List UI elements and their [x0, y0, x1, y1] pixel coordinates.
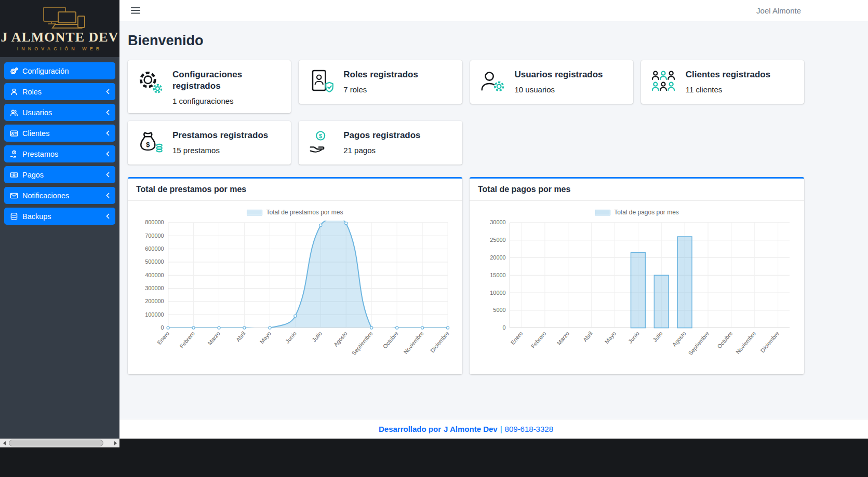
svg-text:25000: 25000 [490, 237, 505, 243]
brand-title: J ALMONTE DEV [1, 31, 119, 44]
scroll-left-arrow-icon[interactable] [0, 439, 8, 447]
people-group-icon [649, 68, 678, 96]
page-content: Bienvenido Configuraciones registrados [119, 21, 868, 419]
svg-text:400000: 400000 [145, 272, 164, 278]
chevron-left-icon [106, 172, 110, 178]
svg-text:Abril: Abril [235, 330, 247, 343]
chart-panel-title: Total de pagos por mes [470, 179, 804, 201]
sidebar-nav: Configuración Roles [0, 57, 119, 230]
stat-card-title: Prestamos registrados [172, 130, 268, 141]
page-title: Bienvenido [128, 33, 804, 49]
sidebar-item-roles[interactable]: Roles [4, 83, 115, 100]
user-gear-icon [478, 68, 508, 96]
user-menu[interactable]: Joel Almonte [756, 6, 801, 15]
svg-text:Julio: Julio [651, 330, 664, 343]
stat-cards-grid: Configuraciones registrados 1 configurac… [128, 60, 804, 165]
svg-text:500000: 500000 [145, 259, 164, 265]
scrollbar-track[interactable] [8, 439, 111, 447]
svg-text:Diciembre: Diciembre [429, 330, 450, 353]
users-icon [10, 108, 22, 117]
stat-card-count: 1 configuraciones [172, 97, 283, 105]
chart-panel-body: Total de pagos por mes 05000100001500020… [470, 201, 804, 374]
scrollbar-thumb[interactable] [9, 440, 103, 446]
svg-text:Abril: Abril [582, 330, 594, 343]
chevron-left-icon [106, 193, 110, 198]
stat-card-pagos: $ Pagos registrados 21 pagos [299, 121, 462, 165]
svg-text:Septiembre: Septiembre [351, 330, 374, 356]
scroll-right-arrow-icon[interactable] [111, 439, 119, 447]
hamburger-menu-icon[interactable] [131, 6, 140, 15]
stat-card-title: Usuarios registrados [515, 69, 603, 80]
gears-icon [10, 67, 22, 75]
hand-holding-usd-icon: $ [10, 150, 22, 158]
stat-card-clientes: Clientes registrados 11 clientes [641, 60, 804, 104]
footer-prefix: Desarrollado por [379, 425, 441, 433]
sidebar-item-label: Usuarios [22, 108, 52, 117]
prestamos-area-chart: 0100000200000300000400000500000600000700… [135, 217, 455, 368]
sidebar-item-usuarios[interactable]: Usuarios [4, 104, 115, 121]
charts-row: Total de prestamos por mes Total de pres… [128, 177, 804, 374]
stat-card-roles: Roles registrados 7 roles [299, 60, 462, 104]
sidebar: J ALMONTE DEV INNOVACIÓN WEB Configuraci… [0, 0, 119, 447]
stat-card-configuraciones: Configuraciones registrados 1 configurac… [128, 60, 291, 113]
svg-text:5000: 5000 [493, 307, 505, 313]
chevron-left-icon [106, 130, 110, 136]
svg-text:Febrero: Febrero [178, 330, 196, 349]
sidebar-item-backups[interactable]: Backups [4, 208, 115, 225]
chevron-left-icon [106, 89, 110, 94]
svg-text:300000: 300000 [145, 285, 164, 291]
sidebar-item-prestamos[interactable]: $ Prestamos [4, 145, 115, 162]
footer-phone: 809-618-3328 [505, 425, 553, 433]
sidebar-item-notificaciones[interactable]: Notificaciones [4, 187, 115, 204]
sidebar-item-clientes[interactable]: Clientes [4, 125, 115, 142]
stat-card-count: 15 prestamos [172, 146, 268, 155]
brand-logo[interactable]: J ALMONTE DEV INNOVACIÓN WEB [0, 0, 119, 57]
svg-text:0: 0 [161, 324, 164, 331]
footer-separator: | [500, 425, 502, 433]
svg-text:Julio: Julio [311, 330, 323, 343]
svg-text:100000: 100000 [145, 311, 164, 318]
svg-text:Febrero: Febrero [530, 330, 547, 349]
svg-text:10000: 10000 [490, 290, 505, 296]
chevron-left-icon [106, 213, 110, 219]
sidebar-body: J ALMONTE DEV INNOVACIÓN WEB Configuraci… [0, 0, 119, 439]
footer-brand: J Almonte Dev [444, 425, 498, 433]
chart-legend[interactable]: Total de pagos por mes [477, 206, 797, 217]
app-window: J ALMONTE DEV INNOVACIÓN WEB Configuraci… [0, 0, 868, 447]
stat-card-title: Pagos registrados [343, 130, 420, 141]
svg-text:Noviembre: Noviembre [735, 330, 757, 355]
sidebar-item-label: Roles [22, 88, 42, 96]
database-icon [10, 212, 22, 221]
svg-text:Octubre: Octubre [382, 330, 399, 349]
chart-panel-pagos: Total de pagos por mes Total de pagos po… [470, 177, 804, 374]
sidebar-item-label: Pagos [22, 171, 44, 179]
legend-label: Total de pagos por mes [614, 209, 679, 216]
svg-text:30000: 30000 [490, 220, 505, 226]
hand-coin-icon: $ [307, 129, 336, 157]
svg-text:700000: 700000 [145, 233, 164, 239]
sidebar-item-pagos[interactable]: Pagos [4, 166, 115, 183]
svg-text:$: $ [146, 141, 150, 148]
svg-text:20000: 20000 [490, 254, 505, 261]
svg-text:Octubre: Octubre [716, 330, 733, 349]
chart-legend[interactable]: Total de prestamos por mes [135, 206, 455, 217]
sidebar-item-configuracion[interactable]: Configuración [4, 62, 115, 79]
svg-text:15000: 15000 [490, 272, 505, 278]
chart-panel-prestamos: Total de prestamos por mes Total de pres… [128, 177, 462, 374]
svg-text:Junio: Junio [284, 330, 298, 345]
svg-text:Mayo: Mayo [259, 330, 272, 345]
sidebar-item-label: Clientes [22, 129, 49, 138]
legend-swatch [595, 210, 610, 215]
svg-text:Marzo: Marzo [206, 330, 221, 346]
legend-label: Total de prestamos por mes [266, 209, 343, 216]
horizontal-scrollbar[interactable] [0, 439, 119, 447]
money-bill-icon [10, 171, 22, 179]
svg-text:800000: 800000 [145, 220, 164, 226]
svg-text:Marzo: Marzo [556, 330, 571, 346]
svg-text:$: $ [14, 151, 15, 154]
sidebar-item-label: Prestamos [22, 150, 58, 158]
legend-swatch [247, 210, 262, 215]
svg-text:200000: 200000 [145, 298, 164, 305]
stat-card-title: Roles registrados [343, 69, 418, 80]
money-bag-icon: $ [136, 129, 165, 157]
